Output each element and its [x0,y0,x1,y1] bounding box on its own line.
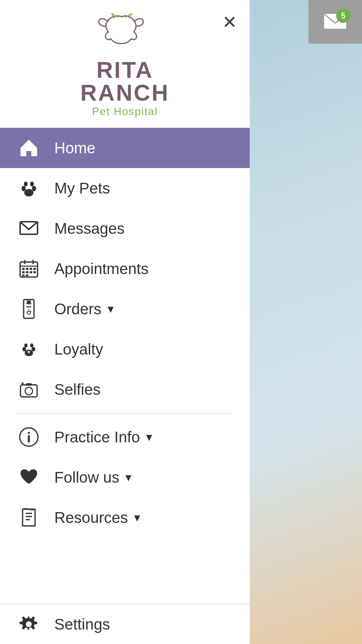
heart-icon [17,465,41,489]
svg-rect-18 [34,271,36,273]
logo-text-rita: RITA [78,58,172,81]
sidebar-item-selfies[interactable]: Selfies [0,369,250,410]
selfies-icon [17,377,41,401]
sidebar-item-practice-info[interactable]: Practice Info ▾ [0,417,250,457]
calendar-icon [17,257,41,281]
svg-point-30 [32,347,35,352]
sidebar-item-selfies-label: Selfies [54,380,101,398]
sidebar-item-home-label: Home [54,139,96,157]
sidebar-item-messages[interactable]: Messages [0,208,250,249]
svg-point-37 [28,432,30,434]
secondary-nav-list: Practice Info ▾ Follow us ▾ [0,417,250,538]
sidebar-item-follow-us-label: Follow us [54,468,119,486]
svg-point-31 [24,343,27,347]
sidebar-item-practice-info-label: Practice Info [54,428,140,446]
svg-rect-15 [22,271,24,273]
logo-text-subtitle: Pet Hospital [78,105,172,118]
svg-point-3 [32,186,36,191]
home-icon [17,136,41,160]
logo-text-ranch: RANCH [78,81,172,104]
book-icon [17,505,41,530]
svg-point-1 [24,189,33,196]
svg-rect-24 [27,301,31,303]
svg-rect-35 [26,383,32,385]
notification-icon[interactable]: 5 [323,12,347,32]
loyalty-icon [17,337,41,361]
svg-rect-14 [34,268,36,270]
resources-arrow-icon: ▾ [134,511,140,525]
sidebar-item-orders[interactable]: Orders ▾ [0,289,250,329]
logo-container: RITA RANCH Pet Hospital [78,13,172,118]
svg-rect-11 [22,268,24,270]
sidebar-item-loyalty-label: Loyalty [54,340,103,358]
svg-point-32 [30,343,34,347]
sidebar-item-loyalty[interactable]: Loyalty [0,329,250,369]
sidebar-item-settings-label: Settings [54,615,110,633]
sidebar-item-my-pets[interactable]: My Pets [0,168,250,208]
svg-rect-17 [29,271,32,273]
sidebar-item-appointments-label: Appointments [54,260,148,278]
orders-arrow-icon: ▾ [108,302,114,316]
orders-icon [17,297,41,321]
follow-us-arrow-icon: ▾ [125,470,131,484]
info-icon [17,425,41,449]
messages-icon [17,216,41,240]
spacer [0,538,250,604]
settings-icon [17,612,41,636]
sidebar-item-settings[interactable]: Settings [0,604,250,644]
sidebar-item-home[interactable]: Home [0,128,250,168]
svg-rect-38 [28,435,30,442]
notification-area[interactable]: 5 [308,0,362,44]
sidebar-item-messages-label: Messages [54,219,125,237]
sidebar-item-follow-us[interactable]: Follow us ▾ [0,457,250,497]
logo-area: RITA RANCH Pet Hospital [0,0,250,128]
svg-rect-12 [26,268,28,270]
svg-point-43 [26,621,32,627]
logo-image [78,13,172,57]
svg-rect-19 [22,274,24,276]
notification-badge: 5 [336,9,350,23]
sidebar-item-my-pets-label: My Pets [54,179,110,197]
sidebar-item-resources-label: Resources [54,508,128,527]
svg-rect-16 [26,271,28,273]
side-drawer: × RITA RANCH Pet Hospital [0,0,250,644]
svg-point-29 [22,347,26,352]
sidebar-item-appointments[interactable]: Appointments [0,249,250,289]
svg-rect-20 [26,274,28,276]
svg-point-4 [24,181,27,186]
svg-point-2 [21,186,25,191]
svg-point-5 [30,181,34,186]
nav-list: Home My Pets Me [0,128,250,410]
nav-divider [17,413,233,414]
sidebar-item-orders-label: Orders [54,300,102,318]
svg-rect-13 [29,268,32,270]
practice-info-arrow-icon: ▾ [146,430,152,444]
svg-point-34 [25,387,33,395]
close-button[interactable]: × [223,10,236,33]
sidebar-item-resources[interactable]: Resources ▾ [0,497,250,538]
svg-line-27 [30,311,32,312]
paw-icon [17,176,41,200]
